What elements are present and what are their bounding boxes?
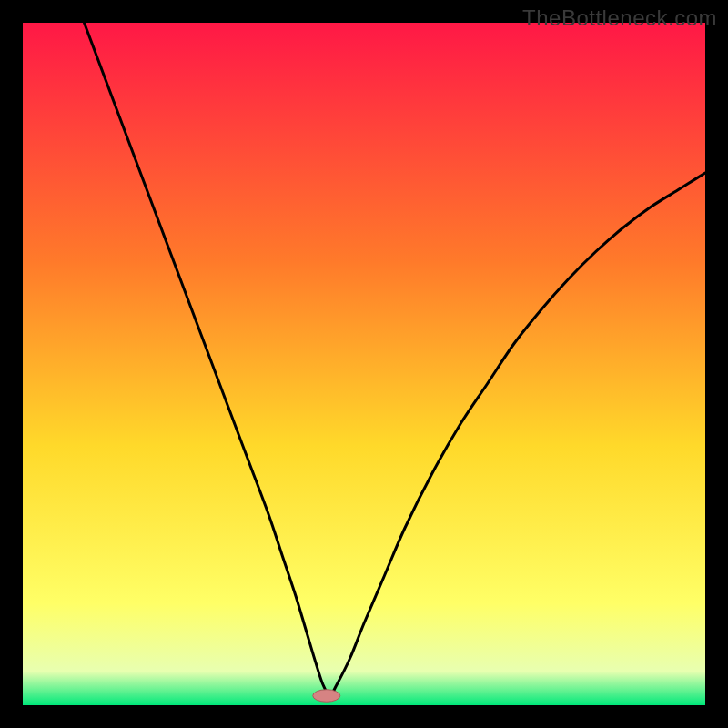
watermark-text: TheBottleneck.com bbox=[522, 5, 717, 31]
gradient-background bbox=[23, 23, 705, 705]
plot-svg bbox=[23, 23, 705, 705]
chart-frame: TheBottleneck.com bbox=[0, 0, 728, 728]
optimum-marker bbox=[313, 690, 340, 703]
gradient-plot bbox=[23, 23, 705, 705]
